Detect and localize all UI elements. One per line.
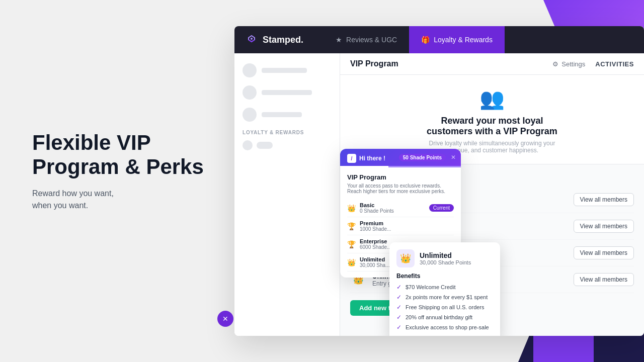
benefit-item-5: ✓ Exclusive access to shop pre-sale xyxy=(396,324,493,331)
unlimited-name: Unlimited xyxy=(420,251,471,259)
nav-items: ★ Reviews & UGC 🎁 Loyalty & Rewards xyxy=(324,26,634,53)
trophy-icon: 🏆 xyxy=(347,240,356,248)
sidebar-panel: LOYALTY & REWARDS xyxy=(234,53,340,336)
hero-title: Flexible VIPProgram & Perks xyxy=(32,131,204,179)
tier-item-name-premium: Premium xyxy=(360,220,391,226)
benefit-text-2: 2x points more for every $1 spent xyxy=(406,294,488,300)
benefit-item-3: ✓ Free Shipping on all U.S. orders xyxy=(396,304,493,311)
tier-item-name-unlimited: Unlimited xyxy=(360,256,390,262)
close-icon[interactable]: ✕ xyxy=(451,154,456,161)
benefit-item-1: ✓ $70 Welcome Credit xyxy=(396,284,493,291)
tier-item-info: Basic 0 Shade Points xyxy=(360,202,394,214)
trophy-icon: 🏆 xyxy=(347,222,356,230)
skeleton-circle xyxy=(243,63,257,77)
svg-point-1 xyxy=(251,38,253,40)
skeleton-toggle-row xyxy=(243,140,332,150)
tier-item-pts-premium: 1000 Shade... xyxy=(360,226,391,232)
close-button[interactable]: ✕ xyxy=(217,311,233,327)
skeleton-line xyxy=(262,90,312,95)
skeleton-line xyxy=(262,112,302,117)
tier-item-left: 🏆 Premium 1000 Shade... xyxy=(347,220,391,232)
tier-item-pts-basic: 0 Shade Points xyxy=(360,208,394,214)
points-badge: 50 Shade Points xyxy=(399,154,446,161)
view-members-enterprise-button[interactable]: View all members xyxy=(574,246,634,259)
unlimited-icon: 👑 xyxy=(396,249,415,267)
check-icon: ✓ xyxy=(396,324,401,331)
stamped-logo-icon xyxy=(245,33,259,47)
check-icon: ✓ xyxy=(396,284,401,291)
vip-card-greeting: Hi there ! xyxy=(359,155,385,162)
reviews-icon: ★ xyxy=(336,36,342,44)
unlimited-info: Unlimited 30,000 Shade Points xyxy=(420,251,471,265)
view-members-basic-button[interactable]: View all members xyxy=(574,193,634,206)
benefit-text-4: 20% off annual birthday gift xyxy=(406,314,472,320)
skeleton-line xyxy=(262,68,307,73)
skeleton-row-2 xyxy=(243,85,332,100)
view-members-premium-button[interactable]: View all members xyxy=(574,220,634,233)
tier-item-info: Unlimited 30,000 Sha... xyxy=(360,256,390,268)
sidebar-section-label: LOYALTY & REWARDS xyxy=(243,130,332,135)
tier-item-pts-enterprise: 6000 Shade... xyxy=(360,244,391,250)
tier-item-pts-unlimited: 30,000 Sha... xyxy=(360,262,390,268)
benefit-text-3: Free Shipping on all U.S. orders xyxy=(406,304,485,310)
nav-item-loyalty[interactable]: 🎁 Loyalty & Rewards xyxy=(409,26,505,53)
app-nav: Stamped. ★ Reviews & UGC 🎁 Loyalty & Rew… xyxy=(234,26,644,53)
tier-item-premium: 🏆 Premium 1000 Shade... xyxy=(347,217,454,235)
vip-card-title: VIP Program xyxy=(347,173,454,181)
skeleton-circle-sm xyxy=(243,140,253,150)
tier-item-left: 🏆 Enterprise 6000 Shade... xyxy=(347,238,391,250)
app-window: Stamped. ★ Reviews & UGC 🎁 Loyalty & Rew… xyxy=(234,26,644,336)
check-icon: ✓ xyxy=(396,294,401,301)
tier-item-left: 👑 Basic 0 Shade Points xyxy=(347,202,394,214)
benefit-text-5: Exclusive access to shop pre-sale xyxy=(406,324,489,330)
unlimited-benefits-card: 👑 Unlimited 30,000 Shade Points Benefits… xyxy=(389,242,500,336)
vip-panel-title: VIP Program xyxy=(350,59,398,68)
hero-section: Flexible VIPProgram & Perks Reward how y… xyxy=(32,131,204,212)
nav-item-loyalty-label: Loyalty & Rewards xyxy=(434,36,493,44)
vip-header-right: ⚙ Settings ACTIVITIES xyxy=(552,60,634,68)
current-badge: Current xyxy=(429,204,454,212)
vip-hero-title: Reward your most loyalcustomers with a V… xyxy=(427,116,557,137)
vip-header: VIP Program ⚙ Settings ACTIVITIES xyxy=(340,53,644,75)
activities-button[interactable]: ACTIVITIES xyxy=(595,60,634,68)
skeleton-row-3 xyxy=(243,108,332,122)
skeleton-circle xyxy=(243,85,257,100)
vip-hero-icon: 👥 xyxy=(479,87,505,111)
check-icon: ✓ xyxy=(396,314,401,321)
tier-item-info: Enterprise 6000 Shade... xyxy=(360,238,391,250)
vip-card-header: / Hi there ! 50 Shade Points ✕ xyxy=(340,149,461,166)
gear-icon: ⚙ xyxy=(552,60,558,68)
settings-label: Settings xyxy=(561,60,585,68)
benefit-item-4: ✓ 20% off annual birthday gift xyxy=(396,314,493,321)
tier-item-name-enterprise: Enterprise xyxy=(360,238,391,244)
unlimited-pts: 30,000 Shade Points xyxy=(420,259,471,265)
crown-icon: 👑 xyxy=(347,204,356,212)
nav-logo-text: Stamped. xyxy=(263,35,303,45)
skeleton-row-1 xyxy=(243,63,332,77)
benefit-text-1: $70 Welcome Credit xyxy=(406,284,455,290)
skeleton-circle xyxy=(243,108,257,122)
hero-subtitle: Reward how you want,when you want. xyxy=(32,188,204,212)
nav-item-reviews[interactable]: ★ Reviews & UGC xyxy=(324,26,409,53)
check-icon: ✓ xyxy=(396,304,401,311)
tier-item-name-basic: Basic xyxy=(360,202,394,208)
slash-icon: / xyxy=(351,156,353,161)
skeleton-toggle xyxy=(257,142,273,149)
unlimited-header: 👑 Unlimited 30,000 Shade Points xyxy=(396,249,493,267)
benefits-title: Benefits xyxy=(396,273,493,280)
tier-item-basic: 👑 Basic 0 Shade Points Current xyxy=(347,199,454,217)
nav-item-reviews-label: Reviews & UGC xyxy=(346,36,397,44)
loyalty-icon: 🎁 xyxy=(421,36,430,44)
settings-button[interactable]: ⚙ Settings xyxy=(552,60,585,68)
tier-item-info: Premium 1000 Shade... xyxy=(360,220,391,232)
vip-card-logo: / Hi there ! xyxy=(347,154,385,163)
view-members-unlimited-button[interactable]: View all members xyxy=(574,273,634,286)
vip-card-logo-icon: / xyxy=(347,154,356,163)
benefit-item-2: ✓ 2x points more for every $1 spent xyxy=(396,294,493,301)
crown-icon: 👑 xyxy=(347,258,356,266)
vip-card-subtitle: Your all access pass to exclusive reward… xyxy=(347,183,454,194)
tier-item-left: 👑 Unlimited 30,000 Sha... xyxy=(347,256,390,268)
nav-logo[interactable]: Stamped. xyxy=(245,33,303,47)
